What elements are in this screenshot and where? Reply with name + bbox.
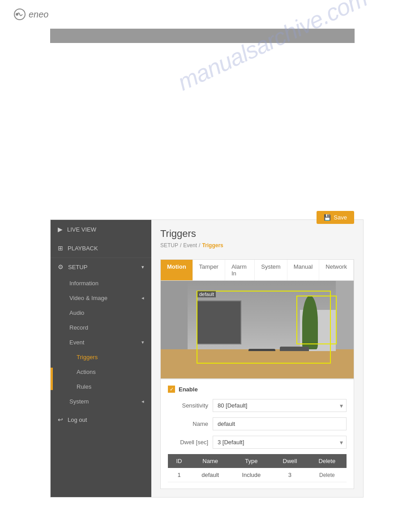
sidebar-item-logout[interactable]: ↩ Log out [51,411,151,429]
col-header-id: ID [168,454,190,468]
sensitivity-select-wrapper: 80 [Default] ▾ [213,399,347,412]
sidebar-item-event[interactable]: Event ▾ [51,335,151,350]
camera-scene: default [161,281,354,378]
tab-manual[interactable]: Manual [287,260,320,280]
breadcrumb-sep2: / [199,242,200,249]
dwell-row: Dwell [sec] 3 [Default] ▾ [168,436,347,449]
table-header: ID Name Type Dwell Delete [168,454,347,468]
video-image-arrow: ◂ [141,295,144,301]
enable-row: ✓ Enable [168,386,347,393]
wall-left [161,281,188,349]
tab-tamper[interactable]: Tamper [193,260,225,280]
sidebar-setup-label: SETUP [68,264,87,270]
header-bar [50,29,355,43]
event-label: Event [69,339,84,346]
camera-preview: default [160,280,354,379]
tab-system[interactable]: System [255,260,287,280]
breadcrumb-setup: SETUP [160,242,178,249]
sidebar: ▶ LIVE VIEW ⊞ PLAYBACK ⚙ SETUP ▾ Informa… [51,220,151,497]
sidebar-item-setup[interactable]: ⚙ SETUP ▾ [51,258,151,276]
col-header-name: Name [190,454,230,468]
page-title: Triggers [160,228,223,240]
sidebar-logout-label: Log out [68,416,87,423]
sidebar-item-information[interactable]: Information [51,276,151,291]
brand-name: eneo [29,9,49,20]
cell-type: Include [230,468,272,482]
wall-right [336,281,354,349]
svg-point-1 [16,13,18,16]
name-row: Name [168,417,347,430]
col-header-delete: Delete [308,454,347,468]
save-icon: 💾 [324,214,331,221]
sidebar-item-rules[interactable]: Rules [51,379,151,394]
setup-icon: ⚙ [58,263,64,270]
logo-icon [13,8,26,21]
setup-chevron-icon: ▾ [141,264,144,270]
breadcrumb: SETUP / Event / Triggers [160,242,223,249]
enable-checkbox[interactable]: ✓ [168,386,175,393]
logout-icon: ↩ [58,416,63,423]
logo-area: eneo [0,0,411,29]
tab-network[interactable]: Network [319,260,354,280]
sidebar-item-video-image[interactable]: Video & Image ◂ [51,291,151,305]
dwell-select-wrapper: 3 [Default] ▾ [213,436,347,449]
name-input[interactable] [213,417,347,430]
event-chevron-icon: ▾ [141,339,144,345]
sidebar-item-system[interactable]: System ◂ [51,394,151,409]
breadcrumb-triggers: Triggers [202,242,223,249]
system-label: System [69,398,89,405]
breadcrumb-sep1: / [180,242,181,249]
sidebar-playback-label: PLAYBACK [68,245,98,252]
breadcrumb-event: Event [183,242,197,249]
name-label: Name [168,420,208,427]
sidebar-item-audio[interactable]: Audio [51,305,151,320]
detection-box-label: default [197,291,216,297]
brand-logo: eneo [13,8,398,21]
tab-alarm-in[interactable]: Alarm In [225,260,255,280]
main-panel: ▶ LIVE VIEW ⊞ PLAYBACK ⚙ SETUP ▾ Informa… [50,219,364,498]
sidebar-item-playback[interactable]: ⊞ PLAYBACK [51,239,151,258]
sidebar-item-record[interactable]: Record [51,320,151,335]
setup-left: ⚙ SETUP [58,263,87,270]
dwell-label: Dwell [sec] [168,439,208,446]
cell-dwell: 3 [272,468,307,482]
system-arrow-icon: ◂ [141,399,144,404]
sensitivity-label: Sensitivity [168,402,208,409]
sensitivity-row: Sensitivity 80 [Default] ▾ [168,399,347,412]
cell-delete: Delete [308,468,347,482]
content-area: Triggers SETUP / Event / Triggers 💾 Save [151,220,363,497]
table-body: 1 default Include 3 Delete [168,468,347,482]
detection-box-secondary [296,296,337,344]
sidebar-item-actions[interactable]: Actions [51,365,151,379]
save-label: Save [334,214,347,221]
playback-icon: ⊞ [58,245,63,252]
live-view-icon: ▶ [58,226,63,233]
col-header-dwell: Dwell [272,454,307,468]
enable-label: Enable [179,386,198,393]
cell-id: 1 [168,468,190,482]
video-image-label: Video & Image [69,295,107,301]
sensitivity-select-display[interactable]: 80 [Default] [213,399,347,412]
sidebar-item-live-view[interactable]: ▶ LIVE VIEW [51,220,151,239]
orange-accent-bar [51,368,53,390]
sidebar-live-view-label: LIVE VIEW [67,226,96,233]
cell-name: default [190,468,230,482]
tabs-row: Motion Tamper Alarm In System Manual Net… [160,259,354,280]
sidebar-item-triggers[interactable]: Triggers [51,350,151,365]
triggers-table: ID Name Type Dwell Delete 1 default Incl… [168,454,347,482]
delete-button[interactable]: Delete [319,472,335,478]
form-section: ✓ Enable Sensitivity 80 [Default] ▾ Name [160,379,354,489]
tab-motion[interactable]: Motion [161,260,193,280]
save-button[interactable]: 💾 Save [317,211,354,224]
dwell-select-display[interactable]: 3 [Default] [213,436,347,449]
col-header-type: Type [230,454,272,468]
table-row: 1 default Include 3 Delete [168,468,347,482]
